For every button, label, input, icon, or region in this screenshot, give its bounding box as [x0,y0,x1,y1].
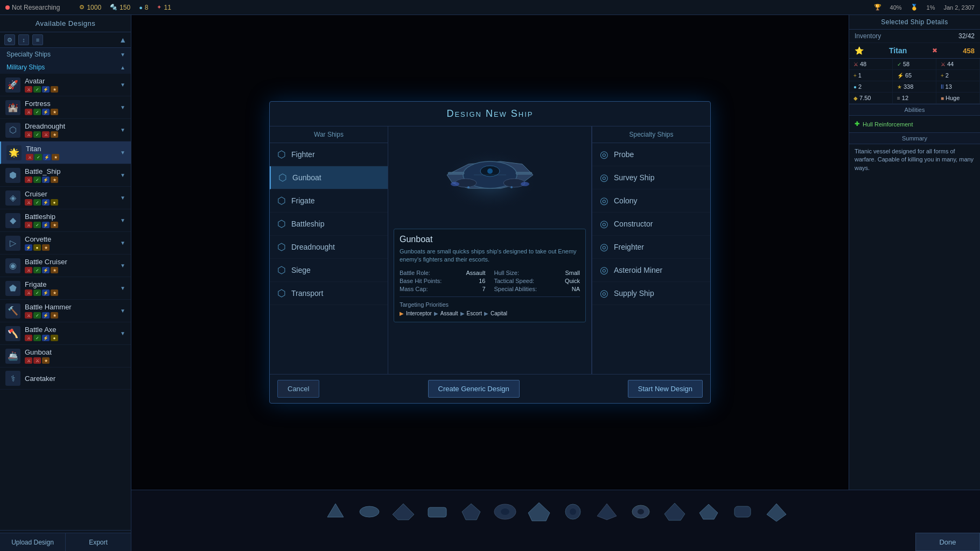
warship-gunboat[interactable]: ⬡ Gunboat [270,166,388,189]
svg-rect-9 [516,172,532,174]
specialty-freighter[interactable]: ◎ Freighter [592,236,710,259]
create-generic-design-button[interactable]: Create Generic Design [428,380,520,398]
plus-icon-2: + [941,73,944,79]
stat-size: ■ Huge [936,93,980,104]
circle-icon: ● [853,84,857,90]
done-button[interactable]: Done [915,533,980,551]
thumb-14[interactable] [761,497,791,526]
thumb-6[interactable] [490,497,520,526]
warships-label: War Ships [270,126,388,143]
abilities-list: ✚ Hull Reinforcement [849,116,980,133]
filter-icon[interactable]: ⚙ [4,34,15,45]
top-right-info: 🏆 40% 🥇 1% Jan 2, 2307 [874,4,975,11]
thumb-8[interactable] [558,497,587,526]
energy-icon: ● [139,4,143,11]
specialty-colony[interactable]: ◎ Colony [592,189,710,213]
frigate-icon: ⬟ [5,281,20,296]
specialty-supply-ship[interactable]: ◎ Supply Ship [592,282,710,305]
influence-icon: ✦ [157,4,162,11]
diamond-icon: ◆ [853,95,858,101]
ship-item-cruiser[interactable]: ◈ Cruiser ⚔ ✓ ⚡ ● ▼ [0,187,131,209]
supply-icon: ◎ [600,287,608,299]
thumb-11[interactable] [660,497,689,526]
thumb-5[interactable] [456,497,486,526]
specialty-ships-category[interactable]: Specialty Ships ▼ [0,48,131,61]
ship-item-battle-axe[interactable]: 🪓 Battle Axe ⚔ ✓ ⚡ ● ▼ [0,322,131,345]
ship-item-caretaker[interactable]: ⚕ Caretaker [0,368,131,390]
design-new-ship-modal: Design New Ship War Ships ⬡ Fighter ⬡ Gu… [269,101,711,404]
ship-stats-grid: ⚔ 48 ✓ 58 ⚔ 44 + 1 ⚡ 65 + 2 ● 2 ★ 338 [849,59,980,104]
gunboat-modal-icon: ⬡ [278,172,287,183]
thumb-4[interactable] [422,497,452,526]
svg-marker-16 [393,504,414,520]
battle-cruiser-chevron: ▼ [120,263,125,269]
warship-transport[interactable]: ⬡ Transport [270,282,388,305]
ship-item-dreadnought[interactable]: ⬡ Dreadnought ⚔ ✓ ⚔ ★ ▼ [0,119,131,142]
dreadnought-ship-icon: ⬡ [5,123,20,138]
siege-icon: ⬡ [277,264,286,276]
warship-frigate[interactable]: ⬡ Frigate [270,189,388,213]
warship-dreadnought[interactable]: ⬡ Dreadnought [270,236,388,259]
cancel-button[interactable]: Cancel [277,380,319,398]
remove-ship-icon[interactable]: ✖ [932,47,937,54]
ship-item-battleship2[interactable]: ⬢ Battle_Ship ⚔ ✓ ⚡ ★ ▼ [0,164,131,187]
thumb-1[interactable] [320,497,350,526]
caretaker-icon: ⚕ [5,371,20,386]
warships-panel: War Ships ⬡ Fighter ⬡ Gunboat ⬡ Frigate [270,126,388,374]
ship-preview-panel: Gunboat Gunboats are small quicks ships … [388,126,592,374]
checkmark-icon: ✓ [897,61,901,67]
military-ships-category[interactable]: Military Ships ▲ [0,61,131,74]
stat-misc3: ● 2 [849,81,893,93]
avatar-ship-icon: 🚀 [5,77,20,93]
ship-item-titan[interactable]: 🌟 Titan ⚔ ✓ ⚡ ★ ▼ [0,142,131,164]
titan-chevron: ▼ [120,150,125,156]
ship-item-battle-hammer[interactable]: 🔨 Battle Hammer ⚔ ✓ ⚡ ★ ▼ [0,300,131,322]
battleship2-icon: ⬢ [5,168,20,183]
upload-design-button[interactable]: Upload Design [0,533,66,551]
thumb-2[interactable] [354,497,384,526]
ship-item-avatar[interactable]: 🚀 Avatar ⚔ ✓ ⚡ ★ ▼ [0,74,131,96]
collapse-icon[interactable]: ▲ [119,36,127,44]
svg-point-23 [570,508,576,515]
thumb-3[interactable] [388,497,418,526]
ship-item-corvette[interactable]: ▷ Corvette ⚡ ● ★ ▼ [0,232,131,255]
stat-battle-role: Battle Role: Assault [400,270,486,276]
corvette-icon: ▷ [5,236,20,251]
freighter-icon: ◎ [600,241,608,253]
warship-fighter[interactable]: ⬡ Fighter [270,143,388,166]
start-new-design-button[interactable]: Start New Design [628,380,703,398]
ship-item-gunboat[interactable]: 🚢 Gunboat ⚔ ⚔ ★ [0,345,131,368]
battleship-modal-icon: ⬡ [277,218,286,230]
sword-icon-2: ⚔ [941,61,946,67]
warship-battleship[interactable]: ⬡ Battleship [270,213,388,236]
svg-point-12 [467,186,470,188]
svg-rect-29 [734,506,751,517]
ship-item-battle-cruiser[interactable]: ◉ Battle Cruiser ⚔ ✓ ⚡ ★ ▼ [0,255,131,277]
thumb-9[interactable] [592,497,621,526]
export-button[interactable]: Export [66,533,131,551]
thumb-12[interactable] [694,497,723,526]
battle-cruiser-icon: ◉ [5,258,20,273]
badge-shield: ✓ [33,86,41,93]
view-icon[interactable]: ≡ [32,34,43,45]
ship-item-frigate[interactable]: ⬟ Frigate ⚔ ✓ ⚡ ★ ▼ [0,277,131,300]
thumb-13[interactable] [727,497,757,526]
ship-item-battleship[interactable]: ◆ Battleship ⚔ ✓ ⚡ ★ ▼ [0,209,131,232]
left-panel-title: Available Designs [0,15,131,32]
ability-hull-reinforcement: ✚ Hull Reinforcement [855,119,975,129]
ship-item-fortress[interactable]: 🏰 Fortress ⚔ ✓ ⚡ ★ ▼ [0,96,131,119]
inventory-row: Inventory 32/42 [849,30,980,43]
specialty-survey-ship[interactable]: ◎ Survey Ship [592,166,710,189]
svg-marker-18 [462,504,480,520]
ship-detail-box: Gunboat Gunboats are small quicks ships … [394,229,586,322]
thumb-10[interactable] [626,497,655,526]
specialty-probe[interactable]: ◎ Probe [592,143,710,166]
specialty-constructor[interactable]: ◎ Constructor [592,213,710,236]
svg-rect-8 [448,172,464,174]
specialty-asteroid-miner[interactable]: ◎ Asteroid Miner [592,259,710,282]
sort-icon[interactable]: ↕ [18,34,29,45]
warship-siege[interactable]: ⬡ Siege [270,259,388,282]
thumb-7[interactable] [524,497,554,526]
avatar-chevron: ▼ [120,82,125,88]
asteroid-miner-icon: ◎ [600,264,608,276]
